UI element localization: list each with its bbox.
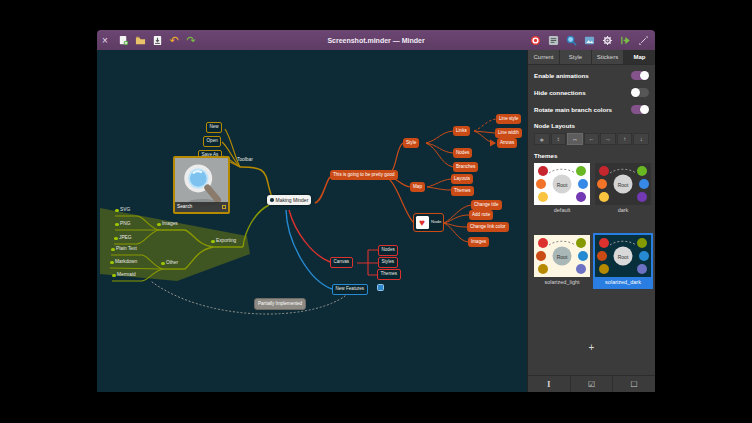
connection-title[interactable]: Partially Implemented xyxy=(254,298,306,310)
branch-dot-icon xyxy=(576,166,586,176)
layout-manual-button[interactable]: ∗ xyxy=(534,133,550,145)
undo-icon[interactable]: ↶ xyxy=(168,34,180,46)
map-node-images[interactable]: Images xyxy=(157,222,178,227)
layout-to-right-button[interactable]: → xyxy=(600,133,616,145)
map-node-themes[interactable]: Themes xyxy=(451,186,474,196)
tab-current[interactable]: Current xyxy=(528,50,560,64)
theme-preview: Root xyxy=(595,235,651,277)
layout-horizontal-button[interactable]: ↔ xyxy=(567,133,583,145)
outline-icon[interactable] xyxy=(547,34,559,46)
map-node-new-features[interactable]: New Features xyxy=(332,284,368,295)
map-node-search-image[interactable]: Search xyxy=(173,156,230,214)
map-node-root[interactable]: Making Minder xyxy=(267,195,311,205)
open-folder-icon[interactable] xyxy=(134,34,146,46)
map-node-plain-text[interactable]: Plain Text xyxy=(111,247,137,252)
settings-gear-icon[interactable] xyxy=(601,34,613,46)
map-node-styles-red[interactable]: Styles xyxy=(378,257,398,268)
close-button[interactable]: × xyxy=(97,35,113,46)
rotate-branch-colors-toggle[interactable] xyxy=(631,105,649,114)
map-node-nodes-red[interactable]: Nodes xyxy=(378,245,398,256)
theme-card-solarized-dark[interactable]: Root solarized_dark xyxy=(595,235,651,287)
map-node-images2[interactable]: Images xyxy=(468,237,489,247)
checkbox-icon: ☑ xyxy=(588,380,595,389)
export-image-icon[interactable] xyxy=(583,34,595,46)
mindmap-canvas[interactable]: Making Minder Toolbar New Open Save As S… xyxy=(97,50,527,392)
map-node-mermaid[interactable]: Mermaid xyxy=(112,273,136,278)
themes-heading: Themes xyxy=(534,152,649,159)
branch-dot-icon xyxy=(576,192,586,202)
map-node-branches[interactable]: Branches xyxy=(453,162,478,172)
resizer-icon[interactable] xyxy=(222,205,226,209)
zoom-icon[interactable] xyxy=(565,34,577,46)
layout-vertical-button[interactable]: ↕ xyxy=(551,133,567,145)
theme-name: default xyxy=(534,205,590,215)
map-node-heart[interactable]: ♥ Node xyxy=(413,213,444,232)
theme-card-default[interactable]: Root default xyxy=(534,163,590,215)
map-node-new[interactable]: New xyxy=(206,122,222,133)
theme-card-dark[interactable]: Root dark xyxy=(595,163,651,215)
branch-dot-icon xyxy=(538,264,548,274)
branch-dot-icon xyxy=(599,264,609,274)
tab-map[interactable]: Map xyxy=(624,50,655,64)
node-bullet-icon xyxy=(270,198,274,202)
map-node-change-link-color[interactable]: Change link color xyxy=(467,222,509,232)
map-node-line-width[interactable]: Line width xyxy=(495,128,522,138)
map-node-line-style[interactable]: Line style xyxy=(496,114,521,124)
sidebar: Current Style Stickers Map Enable animat… xyxy=(527,50,655,392)
map-node-themes-red[interactable]: Themes xyxy=(377,269,401,280)
theme-preview: Root xyxy=(595,163,651,205)
theme-card-solarized-light[interactable]: Root solarized_light xyxy=(534,235,590,287)
branch-dot-icon xyxy=(637,192,647,202)
map-node-arrows[interactable]: Arrows xyxy=(497,138,517,148)
branch-dot-icon xyxy=(536,179,546,189)
node-layouts-heading: Node Layouts xyxy=(534,122,649,129)
theme-name: dark xyxy=(595,205,651,215)
map-node-change-title[interactable]: Change title xyxy=(471,200,502,210)
node-bullet-icon xyxy=(112,274,116,278)
branch-dot-icon xyxy=(637,264,647,274)
map-node-map[interactable]: Map xyxy=(410,182,425,192)
map-node-jpeg[interactable]: JPEG xyxy=(114,236,132,241)
focus-mode-icon[interactable] xyxy=(529,34,541,46)
resize-window-icon[interactable] xyxy=(637,34,649,46)
map-node-toolbar[interactable]: Toolbar xyxy=(237,158,253,163)
branch-dot-icon xyxy=(576,264,586,274)
text-cursor-button[interactable]: I xyxy=(528,376,571,392)
branch-dot-icon xyxy=(597,179,607,189)
square-button[interactable]: ☐ xyxy=(613,376,655,392)
redo-icon[interactable]: ↷ xyxy=(185,34,197,46)
node-bullet-icon xyxy=(211,240,215,244)
layout-upwards-button[interactable]: ↑ xyxy=(617,133,633,145)
map-node-links[interactable]: Links xyxy=(453,126,470,136)
checkbox-button[interactable]: ☑ xyxy=(571,376,614,392)
map-node-svg[interactable]: SVG xyxy=(115,208,130,213)
branch-dot-icon xyxy=(538,238,548,248)
map-node-canvas[interactable]: Canvas xyxy=(330,257,353,268)
export-share-icon[interactable] xyxy=(619,34,631,46)
add-theme-button[interactable]: + xyxy=(528,342,655,353)
theme-name: solarized_dark xyxy=(595,277,651,287)
tab-style[interactable]: Style xyxy=(560,50,592,64)
map-node-add-note[interactable]: Add note xyxy=(469,210,493,220)
map-node-exporting[interactable]: Exporting xyxy=(211,239,236,244)
map-node-markdown[interactable]: Markdown xyxy=(110,260,137,265)
map-node-layouts[interactable]: Layouts xyxy=(451,174,473,184)
enable-animations-toggle[interactable] xyxy=(631,71,649,80)
map-node-style[interactable]: Style xyxy=(403,138,419,148)
sticker-icon[interactable] xyxy=(377,284,384,291)
map-node-png[interactable]: PNG xyxy=(115,222,130,227)
theme-root-circle: Root xyxy=(614,175,633,194)
layout-to-left-button[interactable]: ← xyxy=(584,133,600,145)
map-node-other[interactable]: Other xyxy=(161,261,178,266)
switch-row-rotate-colors: Rotate main branch colors xyxy=(534,105,649,114)
tab-stickers[interactable]: Stickers xyxy=(592,50,624,64)
branch-dot-icon xyxy=(578,179,588,189)
new-document-icon[interactable] xyxy=(117,34,129,46)
map-node-pretty-good[interactable]: This is going to be pretty good xyxy=(330,170,398,180)
hide-connections-toggle[interactable] xyxy=(631,88,649,97)
save-document-icon[interactable] xyxy=(151,34,163,46)
map-node-nodes[interactable]: Nodes xyxy=(453,148,472,158)
switch-row-hide-connections: Hide connections xyxy=(534,88,649,97)
layout-downwards-button[interactable]: ↓ xyxy=(633,133,649,145)
map-node-open[interactable]: Open xyxy=(203,136,221,147)
